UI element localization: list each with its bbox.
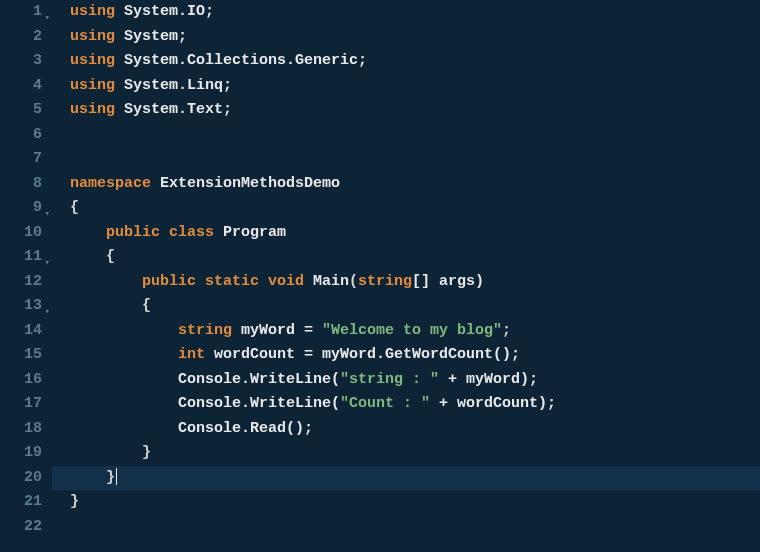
line-number: 18 xyxy=(0,417,42,442)
code-token: ; xyxy=(502,322,511,339)
line-number: 20 xyxy=(0,466,42,491)
text-cursor xyxy=(116,468,117,485)
code-line[interactable]: } xyxy=(70,490,760,515)
line-number: 1▾ xyxy=(0,0,42,25)
line-number: 14 xyxy=(0,319,42,344)
code-token: Console.WriteLine( xyxy=(70,395,340,412)
code-token: using xyxy=(70,101,124,118)
line-number: 13▾ xyxy=(0,294,42,319)
fold-marker-icon[interactable]: ▾ xyxy=(45,202,50,227)
code-line[interactable]: namespace ExtensionMethodsDemo xyxy=(70,172,760,197)
code-token xyxy=(70,273,142,290)
line-number: 6 xyxy=(0,123,42,148)
code-token: string xyxy=(178,322,241,339)
code-token: System.Linq; xyxy=(124,77,232,94)
fold-marker-icon[interactable]: ▾ xyxy=(45,251,50,276)
code-token: System.IO; xyxy=(124,3,214,20)
code-line[interactable]: using System; xyxy=(70,25,760,50)
code-token: int xyxy=(178,346,214,363)
code-token: "Welcome to my blog" xyxy=(322,322,502,339)
code-line[interactable] xyxy=(70,515,760,540)
line-number: 5 xyxy=(0,98,42,123)
code-area[interactable]: using System.IO;using System;using Syste… xyxy=(52,0,760,552)
line-number: 8 xyxy=(0,172,42,197)
code-token: ( xyxy=(349,273,358,290)
code-token: } xyxy=(70,469,115,486)
code-token xyxy=(70,224,106,241)
line-number: 9▾ xyxy=(0,196,42,221)
code-token: [] args) xyxy=(412,273,484,290)
code-token: using xyxy=(70,28,124,45)
line-number: 2 xyxy=(0,25,42,50)
code-token: using xyxy=(70,77,124,94)
code-token: Console.Read(); xyxy=(70,420,313,437)
code-token: System; xyxy=(124,28,187,45)
code-line[interactable]: int wordCount = myWord.GetWordCount(); xyxy=(70,343,760,368)
code-line[interactable]: { xyxy=(70,245,760,270)
code-token: { xyxy=(70,297,151,314)
code-token: { xyxy=(70,199,79,216)
code-token: using xyxy=(70,52,124,69)
code-token: ExtensionMethodsDemo xyxy=(160,175,340,192)
code-token: namespace xyxy=(70,175,160,192)
line-number: 4 xyxy=(0,74,42,99)
code-line[interactable]: } xyxy=(52,466,760,491)
code-line[interactable]: public class Program xyxy=(70,221,760,246)
code-editor[interactable]: 1▾23456789▾1011▾1213▾141516171819202122 … xyxy=(0,0,760,552)
code-line[interactable]: { xyxy=(70,196,760,221)
code-token: Console.WriteLine( xyxy=(70,371,340,388)
line-number: 11▾ xyxy=(0,245,42,270)
line-number: 22 xyxy=(0,515,42,540)
code-token: + myWord); xyxy=(439,371,538,388)
code-token: System.Collections.Generic; xyxy=(124,52,367,69)
line-number: 21 xyxy=(0,490,42,515)
code-token: } xyxy=(70,444,151,461)
code-token: public class xyxy=(106,224,223,241)
code-token: myWord = xyxy=(241,322,322,339)
code-token xyxy=(70,346,178,363)
code-token: Main xyxy=(313,273,349,290)
code-token: System.Text; xyxy=(124,101,232,118)
line-number: 7 xyxy=(0,147,42,172)
code-token: } xyxy=(70,493,79,510)
code-token: wordCount = myWord.GetWordCount(); xyxy=(214,346,520,363)
code-line[interactable] xyxy=(70,123,760,148)
code-token: "Count : " xyxy=(340,395,430,412)
code-line[interactable]: using System.Collections.Generic; xyxy=(70,49,760,74)
code-line[interactable]: using System.IO; xyxy=(70,0,760,25)
fold-marker-icon[interactable]: ▾ xyxy=(45,300,50,325)
code-line[interactable]: using System.Linq; xyxy=(70,74,760,99)
code-line[interactable]: { xyxy=(70,294,760,319)
code-token: string xyxy=(358,273,412,290)
code-token xyxy=(70,322,178,339)
code-token: + wordCount); xyxy=(430,395,556,412)
code-line[interactable]: } xyxy=(70,441,760,466)
code-token: using xyxy=(70,3,124,20)
line-number: 19 xyxy=(0,441,42,466)
code-line[interactable]: using System.Text; xyxy=(70,98,760,123)
line-number-gutter: 1▾23456789▾1011▾1213▾141516171819202122 xyxy=(0,0,52,552)
fold-marker-icon[interactable]: ▾ xyxy=(45,6,50,31)
line-number: 12 xyxy=(0,270,42,295)
code-line[interactable] xyxy=(70,147,760,172)
code-line[interactable]: Console.Read(); xyxy=(70,417,760,442)
code-line[interactable]: string myWord = "Welcome to my blog"; xyxy=(70,319,760,344)
line-number: 15 xyxy=(0,343,42,368)
line-number: 3 xyxy=(0,49,42,74)
line-number: 16 xyxy=(0,368,42,393)
code-line[interactable]: Console.WriteLine("Count : " + wordCount… xyxy=(70,392,760,417)
code-token: { xyxy=(70,248,115,265)
code-line[interactable]: public static void Main(string[] args) xyxy=(70,270,760,295)
code-line[interactable]: Console.WriteLine("string : " + myWord); xyxy=(70,368,760,393)
code-token: public static void xyxy=(142,273,313,290)
line-number: 10 xyxy=(0,221,42,246)
code-token: "string : " xyxy=(340,371,439,388)
code-token: Program xyxy=(223,224,286,241)
line-number: 17 xyxy=(0,392,42,417)
